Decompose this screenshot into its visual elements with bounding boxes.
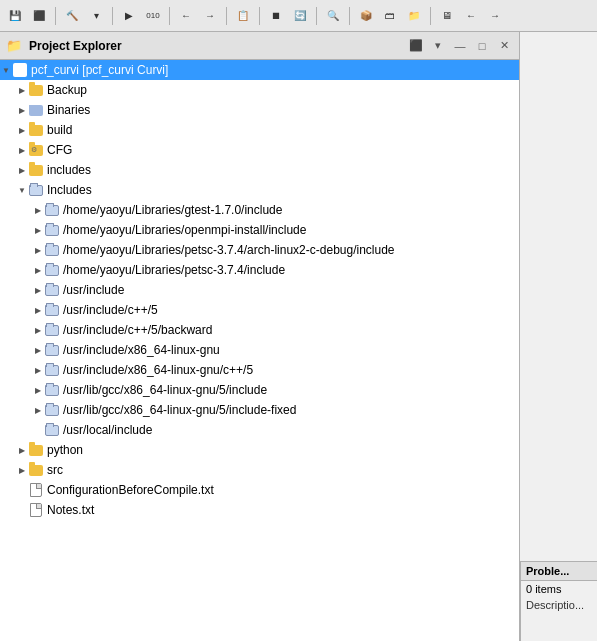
include-folder-icon xyxy=(45,325,59,336)
tree-item[interactable]: ConfigurationBeforeCompile.txt xyxy=(0,480,519,500)
tree-item[interactable]: /usr/include xyxy=(0,280,519,300)
toolbar-btn-ctrl[interactable]: 🖥 xyxy=(436,5,458,27)
tree-item[interactable]: /home/yaoyu/Libraries/gtest-1.7.0/includ… xyxy=(0,200,519,220)
tree-arrow-icon[interactable] xyxy=(32,400,44,420)
tree-item[interactable]: Binaries xyxy=(0,100,519,120)
tree-item-label: src xyxy=(47,463,63,477)
tree-item[interactable]: /usr/lib/gcc/x86_64-linux-gnu/5/include xyxy=(0,380,519,400)
tree-item[interactable]: /usr/local/include xyxy=(0,420,519,440)
file-icon xyxy=(30,503,42,517)
include-folder-icon xyxy=(45,205,59,216)
tree-item[interactable]: /usr/include/c++/5/backward xyxy=(0,320,519,340)
toolbar-btn-pkg2[interactable]: 🗃 xyxy=(379,5,401,27)
panel-close-btn[interactable]: ✕ xyxy=(495,37,513,55)
tree-item[interactable]: Includes xyxy=(0,180,519,200)
tree-item[interactable]: /usr/include/x86_64-linux-gnu xyxy=(0,340,519,360)
toolbar-btn-refresh[interactable]: 🔄 xyxy=(289,5,311,27)
tree-item[interactable]: Ppcf_curvi [pcf_curvi Curvi] xyxy=(0,60,519,80)
problems-panel-header: Proble... xyxy=(521,562,597,581)
project-icon: P xyxy=(13,63,27,77)
toolbar-separator-4 xyxy=(226,7,227,25)
main-area: 📁 Project Explorer ⬛ ▾ — □ ✕ Ppcf_curvi … xyxy=(0,32,597,641)
problems-items-count: 0 items xyxy=(521,581,597,597)
tree-arrow-icon[interactable] xyxy=(32,240,44,260)
tree-item-label: Includes xyxy=(47,183,92,197)
toolbar-btn-save[interactable]: 💾 xyxy=(4,5,26,27)
toolbar-btn-build[interactable]: 🔨 xyxy=(61,5,83,27)
panel-folder-icon: 📁 xyxy=(6,38,22,53)
toolbar-btn-run[interactable]: ▶ xyxy=(118,5,140,27)
toolbar-btn-pkg[interactable]: 📦 xyxy=(355,5,377,27)
toolbar-btn-forward[interactable]: → xyxy=(199,5,221,27)
tree-item[interactable]: src xyxy=(0,460,519,480)
tree-item[interactable]: ⚙CFG xyxy=(0,140,519,160)
panel-maximize-btn[interactable]: □ xyxy=(473,37,491,55)
toolbar-btn-010[interactable]: 010 xyxy=(142,5,164,27)
tree-item-label: /usr/lib/gcc/x86_64-linux-gnu/5/include xyxy=(63,383,267,397)
include-folder-icon xyxy=(45,405,59,416)
tree-arrow-icon[interactable] xyxy=(16,100,28,120)
toolbar-btn-search[interactable]: 🔍 xyxy=(322,5,344,27)
toolbar-separator-7 xyxy=(349,7,350,25)
tree-arrow-icon[interactable] xyxy=(0,60,12,80)
toolbar: 💾 ⬛ 🔨 ▾ ▶ 010 ← → 📋 ⏹ 🔄 🔍 📦 🗃 📁 🖥 ← → xyxy=(0,0,597,32)
tree: Ppcf_curvi [pcf_curvi Curvi]BackupBinari… xyxy=(0,60,519,641)
tree-item-label: /usr/include/c++/5/backward xyxy=(63,323,212,337)
toolbar-btn-fwd2[interactable]: → xyxy=(484,5,506,27)
tree-item[interactable]: /usr/include/c++/5 xyxy=(0,300,519,320)
tree-item-label: /home/yaoyu/Libraries/gtest-1.7.0/includ… xyxy=(63,203,282,217)
tree-item[interactable]: /home/yaoyu/Libraries/petsc-3.7.4/includ… xyxy=(0,260,519,280)
tree-item[interactable]: /usr/include/x86_64-linux-gnu/c++/5 xyxy=(0,360,519,380)
tree-arrow-icon[interactable] xyxy=(32,280,44,300)
panel-minimize-btn[interactable]: — xyxy=(451,37,469,55)
tree-arrow-icon[interactable] xyxy=(32,340,44,360)
tree-item[interactable]: /usr/lib/gcc/x86_64-linux-gnu/5/include-… xyxy=(0,400,519,420)
tree-item[interactable]: /home/yaoyu/Libraries/openmpi-install/in… xyxy=(0,220,519,240)
tree-item[interactable]: /home/yaoyu/Libraries/petsc-3.7.4/arch-l… xyxy=(0,240,519,260)
toolbar-separator-8 xyxy=(430,7,431,25)
tree-arrow-icon[interactable] xyxy=(16,80,28,100)
tree-item[interactable]: build xyxy=(0,120,519,140)
tree-arrow-icon[interactable] xyxy=(16,180,28,200)
tree-item[interactable]: Notes.txt xyxy=(0,500,519,520)
toolbar-btn-back2[interactable]: ← xyxy=(460,5,482,27)
toolbar-btn-pkg3[interactable]: 📁 xyxy=(403,5,425,27)
folder-icon xyxy=(29,125,43,136)
tree-arrow-icon[interactable] xyxy=(16,160,28,180)
problems-panel: Proble... 0 items Descriptio... xyxy=(520,561,597,641)
toolbar-btn-back[interactable]: ← xyxy=(175,5,197,27)
tree-arrow-icon[interactable] xyxy=(32,220,44,240)
tree-arrow-icon[interactable] xyxy=(32,260,44,280)
toolbar-btn-dropdown[interactable]: ▾ xyxy=(85,5,107,27)
tree-arrow-icon[interactable] xyxy=(32,320,44,340)
folder-icon xyxy=(29,85,43,96)
include-folder-icon xyxy=(45,265,59,276)
tree-item-label: /usr/include/x86_64-linux-gnu/c++/5 xyxy=(63,363,253,377)
panel-view-menu-btn[interactable]: ▾ xyxy=(429,37,447,55)
folder-cfg-icon: ⚙ xyxy=(29,145,43,156)
toolbar-btn-ref[interactable]: 📋 xyxy=(232,5,254,27)
toolbar-btn-save2[interactable]: ⬛ xyxy=(28,5,50,27)
tree-arrow-icon[interactable] xyxy=(32,300,44,320)
tree-item-label: /usr/include xyxy=(63,283,124,297)
tree-arrow-icon[interactable] xyxy=(32,380,44,400)
toolbar-separator-6 xyxy=(316,7,317,25)
tree-item-label: includes xyxy=(47,163,91,177)
panel-header: 📁 Project Explorer ⬛ ▾ — □ ✕ xyxy=(0,32,519,60)
problems-description: Descriptio... xyxy=(521,597,597,613)
tree-item-label: /home/yaoyu/Libraries/petsc-3.7.4/includ… xyxy=(63,263,285,277)
panel-collapse-btn[interactable]: ⬛ xyxy=(407,37,425,55)
tree-arrow-icon[interactable] xyxy=(16,140,28,160)
panel-title: Project Explorer xyxy=(29,39,403,53)
tree-item[interactable]: includes xyxy=(0,160,519,180)
tree-arrow-icon[interactable] xyxy=(32,360,44,380)
tree-item[interactable]: Backup xyxy=(0,80,519,100)
file-icon xyxy=(30,483,42,497)
tree-arrow-icon[interactable] xyxy=(16,460,28,480)
tree-arrow-icon[interactable] xyxy=(32,200,44,220)
tree-item[interactable]: python xyxy=(0,440,519,460)
toolbar-btn-stop[interactable]: ⏹ xyxy=(265,5,287,27)
tree-arrow-icon[interactable] xyxy=(16,440,28,460)
tree-item-label: /home/yaoyu/Libraries/openmpi-install/in… xyxy=(63,223,306,237)
tree-arrow-icon[interactable] xyxy=(16,120,28,140)
